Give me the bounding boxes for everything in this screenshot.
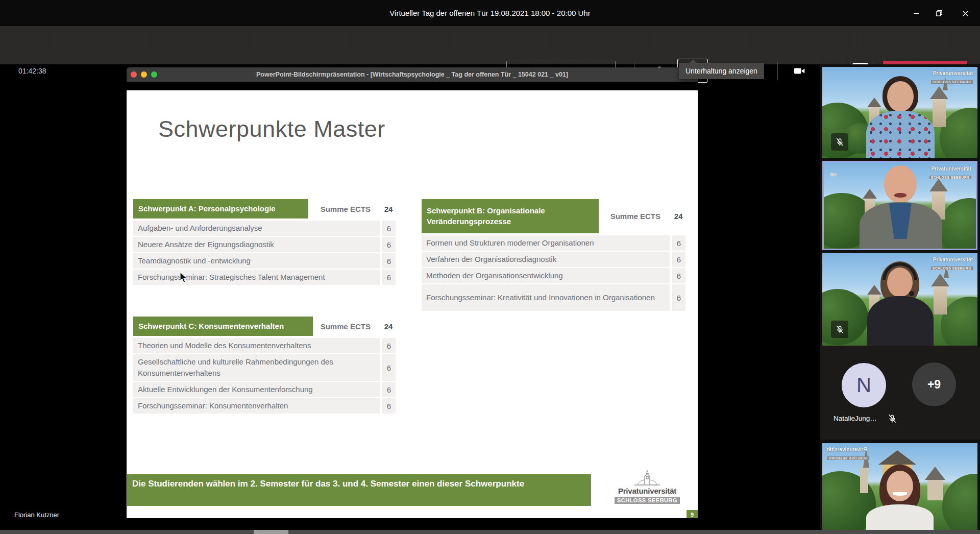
toolbar-divider	[777, 62, 778, 80]
mic-muted-icon	[835, 325, 845, 334]
table-header-row: Schwerpunkt C: Konsumentenverhalten Summ…	[133, 317, 396, 336]
open-mouth	[894, 193, 906, 198]
background-watermark: Privatuniversität SCHLOSS SEEBURG	[931, 70, 973, 85]
sum-ects-label: Summe ECTS	[321, 205, 371, 213]
table-row: Teamdiagnostik und -entwicklung6	[133, 253, 396, 269]
table-header-row: Schwerpunkt A: Personalpsychologie Summe…	[133, 199, 396, 219]
participant-video-tile[interactable]: Privatuniversität SCHLOSS SEEBURG	[822, 443, 977, 530]
powerpoint-window-title: PowerPoint-Bildschirmpräsentation - [Wir…	[157, 71, 698, 78]
castle-logo-icon	[633, 469, 661, 487]
castle-tower	[933, 99, 946, 127]
participant-video-tile[interactable]: Privatuniversität SCHLOSS SEEBURG	[822, 253, 977, 346]
logo-subtitle: SCHLOSS SEEBURG	[615, 497, 680, 504]
table-header-title: Schwerpunkt A: Personalpsychologie	[133, 199, 308, 219]
mic-muted-icon	[835, 137, 845, 147]
participant-avatar[interactable]: N	[842, 363, 886, 407]
mic-muted-badge	[831, 133, 848, 151]
slide-page-number: 9	[687, 510, 698, 518]
restore-icon	[936, 10, 943, 17]
table-row: Methoden der Organisationsentwicklung6	[422, 268, 685, 283]
headset-mic	[909, 291, 914, 296]
table-schwerpunkt-c: Schwerpunkt C: Konsumentenverhalten Summ…	[133, 317, 396, 414]
table-header-title: Schwerpunkt B: Organisationale Veränderu…	[422, 199, 599, 233]
sum-ects-value: 24	[672, 212, 685, 221]
chat-tooltip: Unterhaltung anzeigen	[679, 63, 764, 79]
table-row: Aufgaben- und Anforderungsanalyse6	[133, 221, 396, 236]
castle-tower	[934, 286, 947, 314]
meeting-title: Virtueller Tag der offenen Tür 19.08.202…	[0, 0, 980, 26]
avatar-initial: N	[856, 374, 871, 397]
slide-canvas: Schwerpunkte Master Schwerpunkt A: Perso…	[127, 90, 698, 518]
restore-button[interactable]	[933, 7, 945, 19]
castle-tower	[927, 479, 943, 500]
university-logo: Privatuniversität SCHLOSS SEEBURG	[610, 469, 684, 504]
powerpoint-frame	[127, 82, 698, 90]
sum-ects-value: 24	[382, 205, 395, 213]
table-row: Neuere Ansätze der Eignungsdiagnostik6	[133, 237, 396, 252]
close-icon	[962, 10, 969, 17]
smile	[893, 492, 907, 496]
slide-footer-note: Die Studierenden wählen im 2. Semester f…	[127, 474, 591, 506]
ppt-close-traffic-light[interactable]	[131, 71, 137, 78]
table-row: Forschungsseminar: Kreativität und Innov…	[422, 284, 685, 311]
ppt-minimize-traffic-light[interactable]	[141, 71, 147, 78]
participant-video-tile[interactable]: Privatuniversität SCHLOSS SEEBURG	[822, 67, 977, 158]
minimize-icon	[913, 10, 920, 17]
overflow-participants-badge[interactable]: +9	[912, 362, 956, 406]
horizontal-scrollbar[interactable]	[0, 530, 980, 534]
background-watermark: Privatuniversität SCHLOSS SEEBURG	[931, 257, 973, 272]
background-watermark: Privatuniversität SCHLOSS SEEBURG	[929, 166, 971, 181]
presenter-name-label: Florian Kutzner	[14, 511, 59, 519]
sum-ects-label: Summe ECTS	[321, 322, 371, 331]
table-row: Verfahren der Organisationsdiagnostik6	[422, 252, 685, 267]
table-row: Forschungsseminar: Konsumentenverhalten6	[133, 398, 396, 414]
meeting-toolbar: 01:42:38 Steuerung anfordern Verlassen	[0, 26, 980, 64]
camera-button[interactable]	[792, 64, 806, 78]
tooltip-arrow	[689, 59, 697, 63]
castle-tower	[860, 468, 868, 493]
ppt-zoom-traffic-light[interactable]	[151, 71, 157, 78]
logo-name: Privatuniversität	[610, 487, 684, 495]
camera-on-icon	[793, 64, 806, 78]
window-titlebar: Virtueller Tag der offenen Tür 19.08.202…	[0, 0, 980, 26]
slide-title: Schwerpunkte Master	[158, 116, 385, 142]
meeting-timer: 01:42:38	[18, 67, 46, 75]
table-row: Aktuelle Entwicklungen der Konsumentenfo…	[133, 382, 396, 397]
table-row: Gesellschaftliche und kulturelle Rahmenb…	[133, 354, 396, 381]
powerpoint-titlebar: PowerPoint-Bildschirmpräsentation - [Wir…	[127, 67, 698, 82]
table-schwerpunkt-b: Schwerpunkt B: Organisationale Veränderu…	[422, 199, 685, 311]
active-speaker-video-tile[interactable]: Privatuniversität SCHLOSS SEEBURG	[822, 161, 977, 250]
close-button[interactable]	[959, 7, 971, 19]
background-watermark-mirrored: Privatuniversität SCHLOSS SEEBURG	[827, 447, 869, 462]
sum-ects-label: Summe ECTS	[610, 212, 660, 221]
table-row: Formen und Strukturen moderner Organisat…	[422, 235, 685, 251]
table-row: Theorien und Modelle des Konsumentenverh…	[133, 338, 396, 353]
overflow-count: +9	[927, 378, 941, 392]
participant-name-label: NatalieJung…	[834, 415, 877, 422]
table-header-row: Schwerpunkt B: Organisationale Veränderu…	[422, 199, 685, 233]
sum-ects-value: 24	[382, 322, 395, 331]
mic-muted-icon	[887, 414, 897, 424]
mouse-cursor	[180, 272, 188, 284]
scrollbar-thumb[interactable]	[254, 530, 288, 534]
table-header-title: Schwerpunkt C: Konsumentenverhalten	[133, 317, 313, 336]
camera-on-indicator	[829, 171, 838, 179]
teams-meeting-window: Virtueller Tag der offenen Tür 19.08.202…	[0, 0, 980, 534]
table-row: Forschungsseminar: Strategisches Talent …	[133, 270, 396, 285]
minimize-button[interactable]	[910, 7, 922, 19]
mic-muted-badge	[831, 321, 848, 338]
table-schwerpunkt-a: Schwerpunkt A: Personalpsychologie Summe…	[133, 199, 396, 285]
